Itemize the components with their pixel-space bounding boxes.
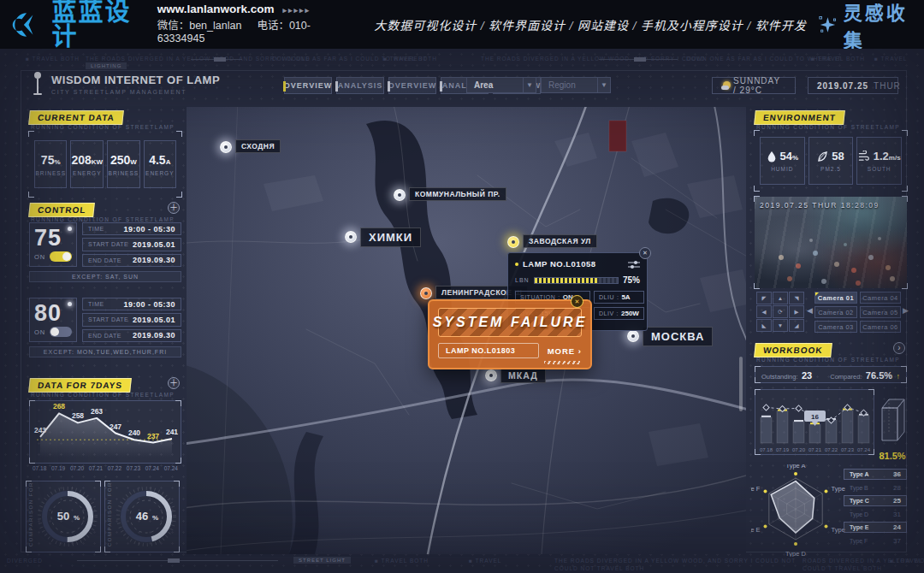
pan-up-icon[interactable]: ▲	[773, 292, 788, 304]
legend-row-2[interactable]: Type B28	[844, 482, 907, 493]
x-tick-label: 07.24	[164, 465, 178, 471]
page-title: WISDOM INTERNET OF LAMP	[51, 74, 220, 86]
close-icon[interactable]: ✕	[639, 247, 651, 259]
tab-label: ANALYSIS	[338, 81, 383, 90]
refresh-icon[interactable]: ⟳	[773, 305, 788, 318]
camera-button-6[interactable]: Camera 06	[860, 321, 901, 333]
weather-box: SUNNDAY / 29°C	[712, 77, 796, 94]
cube-icon	[878, 391, 907, 446]
stat-unit: KW	[92, 158, 103, 166]
expand-chart-button[interactable]: ＋	[168, 377, 180, 389]
more-button[interactable]: MORE ›	[548, 346, 582, 356]
power-state-label: ON	[34, 328, 45, 336]
add-control-button[interactable]: ＋	[168, 202, 180, 214]
promo-banner: 蓝蓝设计 www.lanlanwork.com▸▸▸▸▸ 微信：ben_lanl…	[0, 0, 924, 49]
pan-up-right-icon[interactable]: ◥	[789, 292, 804, 304]
camera-button-5[interactable]: Camera 05	[860, 306, 901, 318]
camera-next-button[interactable]: ▶	[903, 306, 909, 315]
svg-text:Type D: Type D	[785, 550, 806, 557]
map-location-label[interactable]: ХИМКИ	[360, 227, 421, 247]
schedule-value[interactable]: 2019.05.01	[133, 316, 175, 324]
pan-up-left-icon[interactable]: ◤	[756, 292, 772, 304]
lamp-level-box: 75ON	[29, 222, 77, 267]
camera-button-1[interactable]: Camera 01	[814, 292, 857, 304]
camera-list-col1: Camera 01Camera 02Camera 03	[814, 292, 857, 333]
tab-overview-1[interactable]: OVERVIEW	[284, 77, 332, 94]
control-badge: CONTROL	[29, 201, 94, 217]
camera-timestamp: 2019.07.25 THUR 18:28:09	[760, 201, 880, 210]
legend-row-6[interactable]: Type F37	[844, 535, 907, 546]
camera-button-4[interactable]: Camera 04	[860, 292, 901, 304]
map-pin-white[interactable]	[345, 231, 357, 243]
tab-analysis-2[interactable]: ANALYSIS	[336, 77, 384, 94]
svg-text:268: 268	[53, 402, 65, 411]
pm25-icon	[817, 151, 828, 162]
map-location-label[interactable]: СХОДНЯ	[235, 139, 281, 153]
pan-left-icon[interactable]: ◀	[756, 305, 772, 318]
workbook-bar-chart: 07.1807.1907.2007.2107.2207.2307.2416	[755, 389, 874, 455]
x-tick-label: 07.23	[127, 465, 140, 471]
schedule-value[interactable]: 2019.05.01	[133, 240, 175, 249]
power-row: ON	[34, 327, 72, 337]
city-map[interactable]: СХОДНЯКОММУНАЛЬНЫЙ ПР.ХИМКИЗАВОДСКАЯ УЛЛ…	[187, 107, 746, 554]
tab-overview-3[interactable]: OVERVIEW	[388, 77, 436, 94]
camera-button-2[interactable]: Camera 02	[814, 306, 857, 318]
pan-right-icon[interactable]: ▶	[789, 305, 804, 318]
decor-text: ■ TRAVEL	[890, 558, 922, 564]
decor-ruler	[77, 560, 278, 561]
schedule-label: START DATE	[88, 241, 128, 247]
gauge-side-label: COMPARISON FOR	[27, 481, 35, 552]
control-group-1: 75ONTIME19:00 - 05:30START DATE2019.05.0…	[29, 222, 181, 267]
schedule-row: TIME19:00 - 05:30	[82, 298, 181, 310]
schedule-row: START DATE2019.05.01	[82, 238, 181, 251]
schedule-value[interactable]: 19:00 - 05:30	[123, 225, 175, 233]
website-link[interactable]: www.lanlanwork.com	[157, 3, 275, 15]
workbook-cube: 81.5%	[878, 391, 907, 464]
schedule-value[interactable]: 2019.09.30	[133, 256, 175, 264]
failed-lamp-id: LAMP NO.L01803	[438, 343, 539, 358]
stat-number: 208	[71, 153, 91, 167]
inspiration-collect[interactable]: 灵感收集	[819, 0, 912, 52]
map-location-label[interactable]: ЗАВОДСКАЯ УЛ	[523, 234, 597, 248]
map-pin-white[interactable]	[394, 189, 406, 201]
x-tick-label: 07.18	[33, 465, 46, 471]
map-location-label[interactable]: МКАД	[500, 368, 546, 383]
stat-card: 75%BRINESS	[34, 140, 67, 188]
toggle-knob	[50, 328, 59, 336]
pan-down-left-icon[interactable]: ◣	[756, 319, 772, 332]
legend-row-5[interactable]: Type E24	[844, 522, 907, 533]
control-panel: 75ONTIME19:00 - 05:30START DATE2019.05.0…	[29, 222, 181, 373]
close-icon[interactable]: ✕	[571, 295, 583, 308]
panel-subtitle: RUNNING CONDITION OF STREETLAMP	[756, 124, 900, 130]
camera-prev-button[interactable]: ◀	[807, 306, 813, 315]
settings-sliders-icon[interactable]	[628, 260, 640, 269]
workbook-next-button[interactable]: ›	[893, 342, 905, 354]
tab-active-tick	[283, 81, 286, 92]
svg-text:Type E: Type E	[751, 526, 760, 534]
stat-number: 75	[41, 153, 55, 167]
workbook-stats-bar: Outstanding: 23 Compared: 76.5% ↑	[755, 366, 907, 383]
area-select[interactable]: Area ▼	[466, 77, 536, 93]
power-toggle[interactable]	[50, 327, 72, 337]
legend-row-4[interactable]: Type D31	[844, 509, 907, 520]
map-pin-white[interactable]	[220, 141, 232, 153]
legend-row-3[interactable]: Type C25	[844, 495, 907, 506]
legend-row-1[interactable]: Type A36	[844, 469, 907, 480]
schedule-value[interactable]: 2019.09.30	[133, 331, 175, 340]
legend-value: 24	[893, 523, 901, 531]
pan-down-icon[interactable]: ▼	[773, 319, 788, 332]
map-pin-orange[interactable]	[420, 287, 432, 299]
map-location-label[interactable]: КОММУНАЛЬНЫЙ ПР.	[409, 187, 506, 201]
map-location-label[interactable]: МОСКВА	[643, 327, 713, 346]
pan-down-right-icon[interactable]: ◢	[789, 319, 804, 332]
map-scrollbar[interactable]	[739, 357, 743, 411]
camera-feed[interactable]: 2019.07.25 THUR 18:28:09	[755, 197, 907, 288]
schedule-value[interactable]: 19:00 - 05:30	[123, 300, 175, 309]
map-pin-yellow[interactable]	[507, 236, 519, 248]
legend-label: Type B	[850, 485, 868, 491]
map-pin-white[interactable]	[627, 330, 639, 342]
camera-button-3[interactable]: Camera 03	[814, 321, 857, 333]
map-pin-white[interactable]	[485, 369, 497, 381]
region-select[interactable]: Region ▼	[541, 77, 611, 93]
power-toggle[interactable]	[50, 251, 72, 262]
